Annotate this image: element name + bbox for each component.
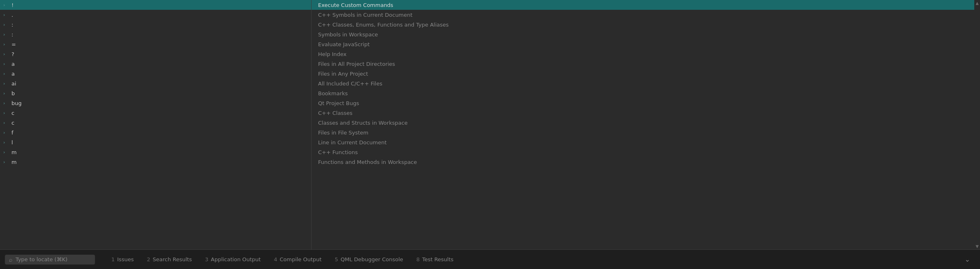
shortcut-key-3: : [11, 31, 13, 38]
search-icon: ⌕ [9, 256, 12, 263]
tab-issues[interactable]: 1Issues [105, 250, 140, 269]
chevron-icon-1: › [3, 12, 8, 18]
chevron-icon-0: › [3, 2, 8, 8]
left-panel-item-11[interactable]: ›c [0, 108, 311, 118]
right-panel-item-9[interactable]: Bookmarks [312, 88, 974, 98]
right-panel-item-10[interactable]: Qt Project Bugs [312, 98, 974, 108]
tab-number-1: 2 [147, 256, 150, 262]
left-panel-item-12[interactable]: ›c [0, 118, 311, 128]
tab-label-3: Compile Output [280, 256, 321, 262]
left-panel-item-5[interactable]: ›? [0, 49, 311, 59]
right-panel-item-15[interactable]: C++ Functions [312, 147, 974, 157]
right-panel-item-6[interactable]: Files in All Project Directories [312, 59, 974, 69]
right-scrollbar[interactable]: ▲ ▼ [974, 0, 980, 249]
chevron-icon-16: › [3, 159, 8, 165]
left-panel-item-13[interactable]: ›f [0, 128, 311, 137]
right-panel-item-13[interactable]: Files in File System [312, 128, 974, 137]
shortcut-key-10: bug [11, 100, 22, 106]
chevron-icon-6: › [3, 61, 8, 67]
right-panel-item-2[interactable]: C++ Classes, Enums, Functions and Type A… [312, 20, 974, 29]
chevron-icon-4: › [3, 42, 8, 47]
tab-test-results[interactable]: 8Test Results [410, 250, 460, 269]
shortcut-key-16: m [11, 159, 17, 165]
tab-dropdown[interactable]: ⌄ [962, 256, 973, 263]
shortcut-key-2: : [11, 22, 13, 28]
tab-application-output[interactable]: 3Application Output [199, 250, 267, 269]
status-bar: ⌕ Type to locate (⌘K) 1Issues2Search Res… [0, 249, 980, 269]
tab-label-1: Search Results [153, 256, 192, 262]
chevron-icon-10: › [3, 101, 8, 106]
shortcut-key-0: ! [11, 2, 14, 8]
chevron-icon-14: › [3, 140, 8, 145]
right-panel-item-14[interactable]: Line in Current Document [312, 137, 974, 147]
left-panel-item-1[interactable]: ›. [0, 10, 311, 20]
search-box[interactable]: ⌕ Type to locate (⌘K) [5, 255, 95, 265]
right-panel-item-11[interactable]: C++ Classes [312, 108, 974, 118]
left-panel: ›!›.›:›:›=›?›a›a›ai›b›bug›c›c›f›l›m›m [0, 0, 311, 249]
shortcut-key-12: c [11, 120, 14, 126]
right-panel-item-1[interactable]: C++ Symbols in Current Document [312, 10, 974, 20]
chevron-icon-15: › [3, 150, 8, 155]
search-placeholder: Type to locate (⌘K) [16, 256, 68, 262]
shortcut-key-9: b [11, 90, 15, 96]
shortcut-key-14: l [11, 139, 13, 146]
shortcut-key-7: a [11, 71, 15, 77]
tab-label-2: Application Output [211, 256, 261, 262]
left-panel-item-14[interactable]: ›l [0, 137, 311, 147]
right-panel-item-3[interactable]: Symbols in Workspace [312, 29, 974, 39]
tab-label-4: QML Debugger Console [341, 256, 403, 262]
chevron-icon-11: › [3, 110, 8, 116]
chevron-icon-9: › [3, 91, 8, 96]
left-panel-item-0[interactable]: ›! [0, 0, 311, 10]
left-panel-item-7[interactable]: ›a [0, 69, 311, 78]
shortcut-key-6: a [11, 61, 15, 67]
tab-number-2: 3 [205, 256, 208, 262]
main-content: ›!›.›:›:›=›?›a›a›ai›b›bug›c›c›f›l›m›m Ex… [0, 0, 980, 249]
shortcut-key-13: f [11, 130, 14, 136]
chevron-icon-7: › [3, 71, 8, 76]
tab-qml-debugger-console[interactable]: 5QML Debugger Console [328, 250, 410, 269]
left-panel-item-9[interactable]: ›b [0, 88, 311, 98]
tab-label-0: Issues [117, 256, 133, 262]
tab-search-results[interactable]: 2Search Results [140, 250, 199, 269]
tab-number-4: 5 [335, 256, 338, 262]
shortcut-key-1: . [11, 12, 13, 18]
tab-items: 1Issues2Search Results3Application Outpu… [105, 250, 460, 269]
shortcut-key-5: ? [11, 51, 14, 57]
chevron-icon-2: › [3, 22, 8, 27]
right-panel-item-0[interactable]: Execute Custom Commands [312, 0, 974, 10]
shortcut-key-15: m [11, 149, 17, 155]
scroll-down-arrow[interactable]: ▼ [975, 244, 979, 249]
left-panel-item-3[interactable]: ›: [0, 29, 311, 39]
right-panel-item-16[interactable]: Functions and Methods in Workspace [312, 157, 974, 167]
chevron-icon-3: › [3, 32, 8, 37]
chevron-icon-12: › [3, 120, 8, 126]
left-panel-item-2[interactable]: ›: [0, 20, 311, 29]
left-panel-item-16[interactable]: ›m [0, 157, 311, 167]
shortcut-key-4: = [11, 41, 16, 47]
right-panel-item-5[interactable]: Help Index [312, 49, 974, 59]
tab-number-0: 1 [111, 256, 115, 262]
left-panel-item-10[interactable]: ›bug [0, 98, 311, 108]
right-panel: Execute Custom CommandsC++ Symbols in Cu… [312, 0, 974, 249]
tab-label-5: Test Results [422, 256, 454, 262]
right-panel-item-4[interactable]: Evaluate JavaScript [312, 39, 974, 49]
shortcut-key-8: ai [11, 81, 16, 87]
right-panel-item-8[interactable]: All Included C/C++ Files [312, 78, 974, 88]
chevron-icon-5: › [3, 52, 8, 57]
left-panel-item-6[interactable]: ›a [0, 59, 311, 69]
chevron-icon-13: › [3, 130, 8, 135]
tab-compile-output[interactable]: 4Compile Output [267, 250, 328, 269]
tab-number-3: 4 [274, 256, 277, 262]
scroll-up-arrow[interactable]: ▲ [975, 1, 979, 5]
shortcut-key-11: c [11, 110, 14, 116]
right-panel-item-12[interactable]: Classes and Structs in Workspace [312, 118, 974, 128]
left-panel-item-15[interactable]: ›m [0, 147, 311, 157]
chevron-icon-8: › [3, 81, 8, 86]
left-panel-item-8[interactable]: ›ai [0, 78, 311, 88]
tab-number-5: 8 [416, 256, 420, 262]
right-panel-item-7[interactable]: Files in Any Project [312, 69, 974, 78]
left-panel-item-4[interactable]: ›= [0, 39, 311, 49]
